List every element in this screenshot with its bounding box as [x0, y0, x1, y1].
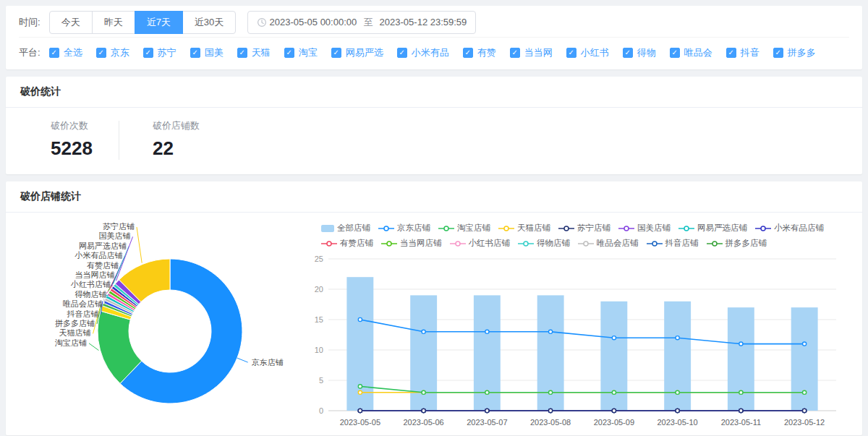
time-filter-label: 时间:	[19, 16, 41, 29]
legend-item-5[interactable]: 国美店铺	[618, 223, 671, 234]
platform-checkbox-label: 京东	[111, 46, 129, 59]
legend-item-2[interactable]: 淘宝店铺	[438, 223, 490, 234]
clock-icon	[257, 17, 267, 27]
checkbox-checked-icon: ✓	[463, 48, 473, 58]
legend-label: 国美店铺	[637, 223, 671, 234]
legend-item-10[interactable]: 小红书店铺	[450, 238, 511, 249]
platform-checkbox-7[interactable]: ✓小米有品	[397, 46, 449, 59]
checkbox-checked-icon: ✓	[190, 48, 200, 58]
platform-checkbox-10[interactable]: ✓小红书	[566, 46, 609, 59]
line-point	[422, 409, 425, 412]
donut-label-line	[89, 343, 99, 351]
legend-label: 当当网店铺	[400, 238, 442, 249]
donut-label-line	[237, 358, 248, 362]
legend-item-13[interactable]: 抖音店铺	[647, 238, 699, 249]
donut-slice-label: 小米有品店铺	[75, 251, 123, 260]
line-point	[676, 390, 679, 394]
platform-checkbox-6[interactable]: ✓网易严选	[331, 46, 383, 59]
date-start-value[interactable]: 2023-05-05 00:00:00	[270, 17, 357, 27]
platform-checkbox-8[interactable]: ✓有赞	[463, 46, 496, 59]
platform-checkbox-11[interactable]: ✓得物	[623, 46, 656, 59]
stores-panel-title: 破价店铺统计	[6, 181, 862, 213]
legend-item-0[interactable]: 全部店铺	[321, 223, 370, 234]
platform-checkbox-4[interactable]: ✓天猫	[237, 46, 271, 59]
checkbox-checked-icon: ✓	[143, 48, 153, 58]
legend-bar-marker-icon	[321, 225, 334, 232]
donut-slice-label: 网易严选店铺	[79, 241, 127, 250]
quick-range-7days-button[interactable]: 近7天	[135, 11, 183, 34]
line-point	[739, 342, 743, 346]
platform-checkbox-label: 当当网	[524, 46, 553, 59]
line-point	[549, 330, 553, 333]
x-axis-tick-label: 2023-05-07	[467, 418, 507, 427]
quick-range-today-button[interactable]: 今天	[49, 11, 93, 34]
line-point	[358, 317, 362, 321]
platform-checkbox-2[interactable]: ✓苏宁	[143, 46, 176, 59]
donut-slice-label: 唯品会店铺	[63, 299, 103, 308]
quick-range-group: 今天 昨天 近7天 近30天	[49, 11, 237, 34]
legend-item-11[interactable]: 得物店铺	[518, 238, 570, 249]
platform-filter-label: 平台:	[19, 46, 41, 59]
date-end-value[interactable]: 2023-05-12 23:59:59	[380, 17, 467, 27]
x-axis-tick-label: 2023-05-06	[403, 418, 443, 427]
legend-line-marker-icon	[450, 240, 466, 247]
legend-item-6[interactable]: 网易严选店铺	[678, 223, 747, 234]
x-axis-tick-label: 2023-05-11	[721, 418, 761, 427]
platform-checkbox-12[interactable]: ✓唯品会	[670, 46, 712, 59]
bar-6[interactable]	[728, 307, 754, 411]
quick-range-yesterday-button[interactable]: 昨天	[92, 11, 135, 34]
checkbox-checked-icon: ✓	[331, 48, 341, 58]
legend-item-1[interactable]: 京东店铺	[378, 223, 430, 234]
platform-checkbox-0[interactable]: ✓全选	[49, 46, 82, 59]
platform-checkbox-3[interactable]: ✓国美	[190, 46, 224, 59]
donut-slice-label: 淘宝店铺	[54, 338, 87, 347]
platform-checkbox-1[interactable]: ✓京东	[96, 46, 129, 59]
y-axis-tick-label: 25	[315, 255, 323, 263]
line-point	[485, 330, 489, 333]
legend-line-marker-icon	[381, 240, 397, 247]
checkbox-checked-icon: ✓	[49, 48, 59, 58]
checkbox-checked-icon: ✓	[670, 48, 680, 58]
store-donut-chart: 淘宝店铺天猫店铺拼多多店铺抖音店铺唯品会店铺得物店铺小红书店铺当当网店铺有赞店铺…	[14, 217, 304, 434]
chart-legend: 全部店铺京东店铺淘宝店铺天猫店铺苏宁店铺国美店铺网易严选店铺小米有品店铺有赞店铺…	[304, 217, 854, 250]
legend-item-3[interactable]: 天猫店铺	[498, 223, 550, 234]
platform-checkbox-14[interactable]: ✓拼多多	[773, 46, 816, 59]
stats-panel-body: 破价次数 5228 破价店铺数 22	[6, 108, 862, 174]
line-point	[803, 390, 807, 394]
donut-slice-label: 当当网店铺	[75, 270, 115, 279]
platform-checkbox-9[interactable]: ✓当当网	[510, 46, 553, 59]
legend-line-marker-icon	[707, 240, 723, 247]
platform-checkbox-label: 天猫	[252, 46, 271, 59]
legend-item-14[interactable]: 拼多多店铺	[707, 238, 767, 249]
legend-item-4[interactable]: 苏宁店铺	[558, 223, 610, 234]
platform-checkbox-13[interactable]: ✓抖音	[726, 46, 760, 59]
platform-checkbox-5[interactable]: ✓淘宝	[284, 46, 318, 59]
legend-label: 有赞店铺	[340, 238, 373, 249]
legend-item-7[interactable]: 小米有品店铺	[755, 223, 824, 234]
checkbox-checked-icon: ✓	[510, 48, 520, 58]
x-axis-tick-label: 2023-05-05	[340, 418, 380, 427]
legend-line-marker-icon	[618, 225, 634, 232]
line-point	[549, 390, 553, 394]
quick-range-30days-button[interactable]: 近30天	[182, 11, 236, 34]
legend-line-marker-icon	[678, 225, 694, 232]
legend-item-8[interactable]: 有赞店铺	[321, 238, 373, 249]
x-axis-tick-label: 2023-05-10	[657, 418, 697, 427]
line-point	[358, 385, 362, 388]
platform-checkbox-label: 网易严选	[346, 46, 383, 59]
date-range-picker[interactable]: 2023-05-05 00:00:00 至 2023-05-12 23:59:5…	[247, 11, 476, 34]
legend-label: 淘宝店铺	[457, 223, 490, 234]
legend-label: 拼多多店铺	[726, 238, 767, 249]
bar-7[interactable]	[791, 307, 818, 411]
platform-checkbox-label: 得物	[637, 46, 656, 59]
platform-checkbox-label: 淘宝	[299, 46, 318, 59]
legend-item-12[interactable]: 唯品会店铺	[578, 238, 639, 249]
legend-item-9[interactable]: 当当网店铺	[381, 238, 442, 249]
store-trend-chart: 全部店铺京东店铺淘宝店铺天猫店铺苏宁店铺国美店铺网易严选店铺小米有品店铺有赞店铺…	[304, 217, 854, 434]
checkbox-checked-icon: ✓	[237, 48, 247, 58]
checkbox-checked-icon: ✓	[397, 48, 407, 58]
checkbox-checked-icon: ✓	[726, 48, 736, 58]
legend-label: 得物店铺	[537, 238, 570, 249]
legend-label: 苏宁店铺	[577, 223, 610, 234]
stat-break-count-value: 5228	[51, 137, 117, 160]
